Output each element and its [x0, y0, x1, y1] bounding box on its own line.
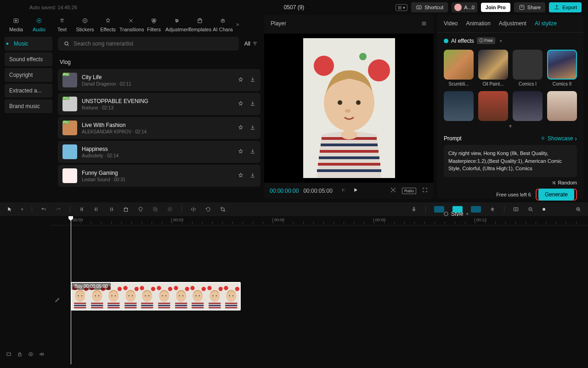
style-oil-paint[interactable]: Oil Paint... — [478, 50, 508, 86]
download-icon[interactable] — [249, 100, 256, 108]
cat-music[interactable]: Music — [5, 37, 52, 51]
tabs-more-icon[interactable]: » — [236, 21, 239, 28]
favorite-icon[interactable] — [237, 148, 244, 156]
arrow-tool-dropdown[interactable]: ▾ — [21, 207, 23, 212]
style-comics-ii[interactable]: Comics II — [547, 50, 577, 86]
filter-all[interactable]: All — [244, 40, 258, 47]
export-button[interactable]: Export — [549, 2, 582, 12]
download-icon[interactable] — [249, 148, 256, 156]
song-row[interactable]: UNSTOPPABLE EVENING finetune · 02:13 — [58, 93, 260, 115]
mirror-icon[interactable] — [190, 206, 197, 213]
trim-left-icon[interactable] — [93, 206, 100, 213]
tab-media[interactable]: Media — [5, 17, 28, 32]
video-clip[interactable]: Boy 00:00:05:00 — [71, 282, 241, 310]
download-icon[interactable] — [249, 124, 256, 132]
tab-text[interactable]: Text — [51, 17, 74, 32]
favorite-icon[interactable] — [237, 76, 244, 84]
crop-icon[interactable] — [220, 206, 226, 213]
style-extra-1[interactable] — [444, 91, 474, 121]
snap-1-icon[interactable] — [434, 206, 444, 213]
style-extra-4[interactable] — [547, 91, 577, 121]
prop-tab-adjustment[interactable]: Adjustment — [499, 20, 526, 27]
player-menu-icon[interactable] — [421, 20, 427, 28]
ratio-button[interactable]: Ratio — [402, 188, 416, 194]
layout-icon[interactable]: ⊞ ▾ — [396, 4, 407, 11]
cat-brand-music[interactable]: Brand music — [5, 99, 52, 113]
circlecut-icon[interactable] — [167, 206, 173, 213]
favorite-icon[interactable] — [237, 172, 244, 180]
prop-tab-animation[interactable]: Animation — [466, 20, 490, 27]
copy-icon[interactable] — [152, 206, 158, 213]
user-chip[interactable]: A...0 — [452, 2, 477, 12]
snap-3-icon[interactable] — [471, 206, 481, 213]
mark-icon[interactable] — [137, 206, 144, 213]
cat-sound-effects[interactable]: Sound effects — [5, 52, 52, 66]
arrow-tool-icon[interactable] — [6, 206, 13, 213]
tab-transitions[interactable]: Transitions — [119, 17, 142, 32]
chevron-down-icon[interactable]: ▾ — [500, 39, 502, 43]
delete-icon[interactable] — [123, 206, 129, 213]
join-pro-button[interactable]: Join Pro — [481, 3, 510, 12]
showcase-button[interactable]: Showcase › — [540, 135, 577, 142]
top-bar: Auto saved: 14:45:26 0507 (9) ⊞ ▾ Shortc… — [0, 0, 588, 15]
time-ruler[interactable]: 00:00 | 00:03 | 00:06 | 00:09 | 00:12 — [51, 216, 588, 225]
style-comics-i[interactable]: Comics I — [513, 50, 543, 86]
collapse-icon[interactable] — [6, 351, 12, 359]
search-input[interactable] — [74, 40, 233, 47]
snap-2-icon[interactable] — [452, 206, 463, 213]
export-frame-icon[interactable] — [513, 206, 519, 213]
fullscreen-icon[interactable] — [422, 187, 428, 195]
cat-extracted-audio[interactable]: Extracted a... — [5, 84, 52, 98]
style-scumbling[interactable]: Scumbli... — [444, 50, 474, 86]
volume-icon[interactable] — [341, 187, 347, 195]
ai-effects-toggle[interactable] — [444, 39, 448, 43]
trim-right-icon[interactable] — [108, 206, 114, 213]
svg-point-25 — [356, 100, 361, 105]
prompt-textarea[interactable]: City night view, Hong Kong (8k, Best Qua… — [444, 145, 577, 177]
tab-ai-chara[interactable]: AI Chara — [211, 17, 234, 32]
prop-tab-video[interactable]: Video — [444, 20, 458, 27]
tab-templates[interactable]: Templates — [188, 17, 211, 32]
mute-icon[interactable] — [39, 351, 45, 359]
tracks-area[interactable]: 00:00 | 00:03 | 00:06 | 00:09 | 00:12 Bo… — [51, 216, 588, 364]
cat-copyright[interactable]: Copyright — [5, 68, 52, 82]
download-icon[interactable] — [249, 172, 256, 180]
style-toggle[interactable] — [444, 212, 448, 216]
search-box[interactable] — [58, 37, 239, 51]
tab-filters[interactable]: Filters — [142, 17, 165, 32]
undo-icon[interactable] — [40, 206, 47, 213]
rotate-icon[interactable] — [205, 206, 211, 213]
video-preview[interactable] — [303, 38, 395, 178]
tab-audio[interactable]: Audio — [28, 17, 51, 32]
split-icon[interactable] — [79, 206, 85, 213]
song-row[interactable]: Happiness Audiodeity · 02:14 — [58, 141, 260, 163]
download-icon[interactable] — [249, 76, 256, 84]
style-extra-2[interactable] — [478, 91, 508, 121]
shortcut-button[interactable]: Shortcut — [411, 2, 448, 12]
style-extra-3[interactable] — [513, 91, 543, 121]
song-row[interactable]: Funny Gaming Lestari Sound · 00:31 — [58, 165, 260, 187]
lock-icon[interactable] — [17, 351, 23, 359]
redo-icon[interactable] — [55, 206, 62, 213]
tab-adjustment[interactable]: Adjustment — [165, 17, 188, 32]
zoom-slider-icon[interactable] — [542, 206, 548, 213]
eye-icon[interactable] — [28, 351, 34, 359]
zoom-out-icon[interactable] — [527, 206, 534, 213]
song-row[interactable]: Live With Fashion ALEKSANDAR KIPROV · 02… — [58, 117, 260, 139]
favorite-icon[interactable] — [237, 124, 244, 132]
prop-tab-ai-stylize[interactable]: AI stylize — [535, 20, 557, 27]
mic-icon[interactable] — [411, 206, 417, 213]
favorite-icon[interactable] — [237, 100, 244, 108]
generate-button[interactable]: Generate — [538, 189, 574, 201]
random-button[interactable]: ⤭Random — [444, 180, 577, 186]
scan-icon[interactable] — [390, 187, 396, 195]
zoom-in-icon[interactable] — [575, 206, 582, 213]
song-row[interactable]: City Life Danail Draganov · 02:11 — [58, 69, 260, 91]
align-icon[interactable] — [489, 206, 496, 213]
expand-styles-icon[interactable]: ▾ — [444, 123, 577, 129]
tab-stickers[interactable]: Stickers — [74, 17, 96, 32]
edit-track-icon[interactable] — [54, 297, 61, 305]
play-button[interactable] — [352, 186, 359, 195]
share-button[interactable]: Share — [514, 2, 545, 12]
tab-effects[interactable]: Effects — [96, 17, 119, 32]
